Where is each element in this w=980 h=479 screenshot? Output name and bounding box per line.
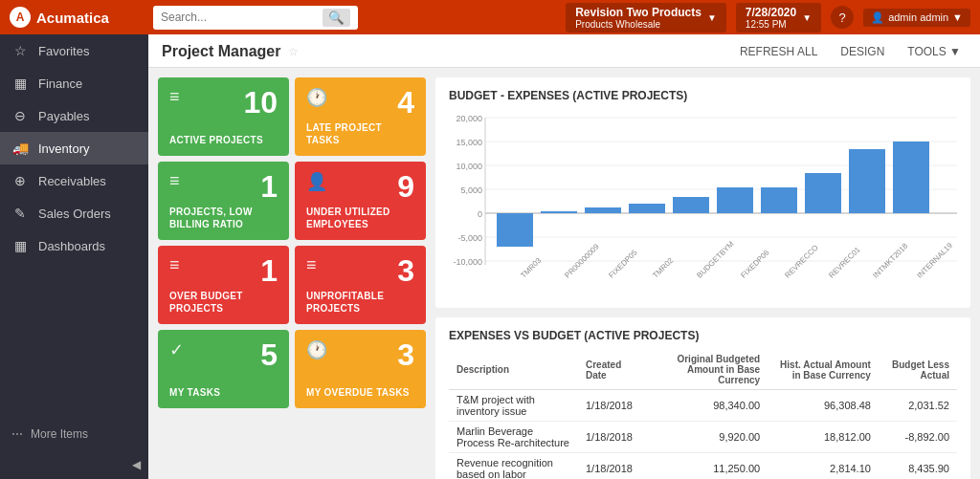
svg-text:-10,000: -10,000 [453, 257, 482, 267]
content-area: Project Manager ☆ REFRESH ALL DESIGN TOO… [148, 34, 980, 479]
logo-text: Acumatica [36, 10, 109, 26]
bar-tmr02 [629, 204, 665, 213]
sidebar-label-payables: Payables [38, 109, 89, 123]
over-budget-value: 1 [260, 253, 278, 289]
page-title: Project Manager [162, 43, 280, 60]
sidebar-item-dashboards[interactable]: ▦ Dashboards [0, 229, 148, 262]
page-title-area: Project Manager ☆ [162, 43, 299, 60]
svg-text:TMR02: TMR02 [651, 255, 675, 279]
cell-budget-less: 2,031.52 [879, 390, 957, 422]
search-input[interactable] [161, 11, 323, 24]
search-button[interactable]: 🔍 [323, 9, 350, 27]
cell-original: 98,340.00 [645, 390, 768, 422]
cell-description: Revenue recognition based on labor [449, 453, 578, 480]
date-selector[interactable]: 7/28/2020 12:55 PM ▼ [736, 3, 821, 33]
sales-orders-icon: ✎ [11, 206, 29, 221]
sidebar-collapse-button[interactable]: ◀ [0, 450, 148, 479]
tools-button[interactable]: TOOLS ▼ [902, 42, 967, 61]
my-tasks-value: 5 [260, 337, 278, 373]
sidebar-item-finance[interactable]: ▦ Finance [0, 67, 148, 99]
cell-budget-less: -8,892.00 [879, 422, 957, 453]
refresh-all-button[interactable]: REFRESH ALL [734, 42, 823, 61]
late-tasks-value: 4 [397, 85, 414, 120]
company-subtitle: Products Wholesale [575, 19, 702, 30]
main-layout: ☆ Favorites ▦ Finance ⊖ Payables 🚚 Inven… [0, 34, 980, 479]
sidebar-item-payables[interactable]: ⊖ Payables [0, 99, 148, 132]
tile-over-budget[interactable]: ≡ 1 OVER BUDGET PROJECTS [158, 246, 289, 324]
finance-icon: ▦ [11, 76, 29, 91]
user-menu-button[interactable]: 👤 admin admin ▼ [863, 9, 970, 27]
sidebar-label-receivables: Receivables [38, 174, 106, 188]
tile-unprofitable[interactable]: ≡ 3 UNPROFITABLE PROJECTS [295, 246, 426, 324]
sidebar-more-items[interactable]: ⋯ More Items [0, 418, 148, 450]
date-chevron-icon: ▼ [802, 12, 812, 23]
favorites-icon: ☆ [11, 43, 29, 58]
sidebar-item-inventory[interactable]: 🚚 Inventory [0, 132, 148, 164]
tile-under-utilized[interactable]: 👤 9 UNDER UTILIZED EMPLOYEES [295, 162, 426, 240]
low-billing-label: PROJECTS, LOW BILLING RATIO [169, 206, 278, 230]
bar-revrecco [761, 187, 797, 213]
dashboard-area: ≡ 10 ACTIVE PROJECTS 🕐 4 LATE PROJECT TA… [148, 68, 980, 479]
company-name: Revision Two Products [575, 6, 702, 19]
svg-text:15,000: 15,000 [456, 138, 482, 147]
more-items-label: More Items [31, 427, 88, 441]
help-button[interactable]: ? [831, 6, 854, 29]
bar-intmkt2018 [849, 149, 885, 213]
sidebar-item-favorites[interactable]: ☆ Favorites [0, 34, 148, 67]
svg-text:5,000: 5,000 [460, 185, 482, 195]
company-selector[interactable]: Revision Two Products Products Wholesale… [566, 3, 726, 33]
cell-date: 1/18/2018 [578, 422, 645, 453]
receivables-icon: ⊕ [11, 173, 29, 188]
tile-low-billing[interactable]: ≡ 1 PROJECTS, LOW BILLING RATIO [158, 162, 289, 240]
svg-text:INTERNAL19: INTERNAL19 [915, 241, 954, 280]
cell-original: 11,250.00 [645, 453, 768, 480]
sidebar-item-receivables[interactable]: ⊕ Receivables [0, 164, 148, 197]
bar-internal19 [893, 142, 929, 213]
cell-budget-less: 8,435.90 [879, 453, 957, 480]
design-button[interactable]: DESIGN [835, 42, 890, 61]
col-original: Original Budgeted Amount in Base Currenc… [645, 350, 768, 390]
active-projects-label: ACTIVE PROJECTS [169, 134, 263, 146]
col-actual: Hist. Actual Amount in Base Currency [768, 350, 879, 390]
cell-date: 1/18/2018 [578, 453, 645, 480]
cell-actual: 2,814.10 [768, 453, 879, 480]
tile-active-projects[interactable]: ≡ 10 ACTIVE PROJECTS [158, 77, 289, 156]
svg-text:FIXEDP05: FIXEDP05 [607, 248, 638, 279]
bar-revrec01 [805, 173, 841, 213]
col-date: Created Date [578, 350, 645, 390]
page-actions: REFRESH ALL DESIGN TOOLS ▼ [734, 42, 967, 61]
table-row: T&M project with inventory issue 1/18/20… [449, 390, 957, 422]
favorite-star-icon[interactable]: ☆ [288, 45, 299, 58]
cell-original: 9,920.00 [645, 422, 768, 453]
table-row: Marlin Beverage Process Re-architecture … [449, 422, 957, 453]
cell-actual: 18,812.00 [768, 422, 879, 453]
collapse-icon: ◀ [132, 458, 141, 471]
sidebar-item-sales-orders[interactable]: ✎ Sales Orders [0, 197, 148, 229]
budget-chart-section: BUDGET - EXPENSES (ACTIVE PROJECTS) 20,0… [435, 77, 970, 308]
sidebar-label-favorites: Favorites [38, 44, 89, 58]
tile-my-tasks[interactable]: ✓ 5 MY TASKS [158, 330, 289, 408]
overdue-tasks-label: MY OVERDUE TASKS [306, 386, 410, 399]
svg-text:FIXEDP06: FIXEDP06 [739, 248, 770, 279]
date-display: 7/28/2020 [746, 6, 796, 19]
svg-text:10,000: 10,000 [456, 162, 482, 171]
unprofitable-value: 3 [397, 253, 414, 289]
sidebar-label-sales-orders: Sales Orders [38, 207, 111, 221]
bar-pr00000009 [541, 211, 577, 213]
active-projects-icon: ≡ [169, 87, 180, 107]
header-right: ? 👤 admin admin ▼ [831, 6, 970, 29]
user-icon: 👤 [871, 11, 884, 24]
bar-chart: 20,000 15,000 10,000 5,000 0 -5,000 -10,… [449, 110, 957, 296]
cell-description: Marlin Beverage Process Re-architecture [449, 422, 578, 453]
sidebar-label-inventory: Inventory [38, 142, 89, 156]
bar-tmr03 [497, 213, 533, 247]
charts-column: BUDGET - EXPENSES (ACTIVE PROJECTS) 20,0… [435, 77, 970, 479]
svg-text:REVRECCO: REVRECCO [783, 243, 819, 279]
tile-late-tasks[interactable]: 🕐 4 LATE PROJECT TASKS [295, 77, 426, 156]
user-label: admin admin [888, 11, 948, 23]
tile-overdue-tasks[interactable]: 🕐 3 MY OVERDUE TASKS [295, 330, 426, 408]
bar-chart-svg: 20,000 15,000 10,000 5,000 0 -5,000 -10,… [449, 110, 957, 296]
expenses-table: Description Created Date Original Budget… [449, 350, 957, 479]
more-items-icon: ⋯ [11, 427, 23, 441]
logo-area: A Acumatica [10, 7, 144, 28]
